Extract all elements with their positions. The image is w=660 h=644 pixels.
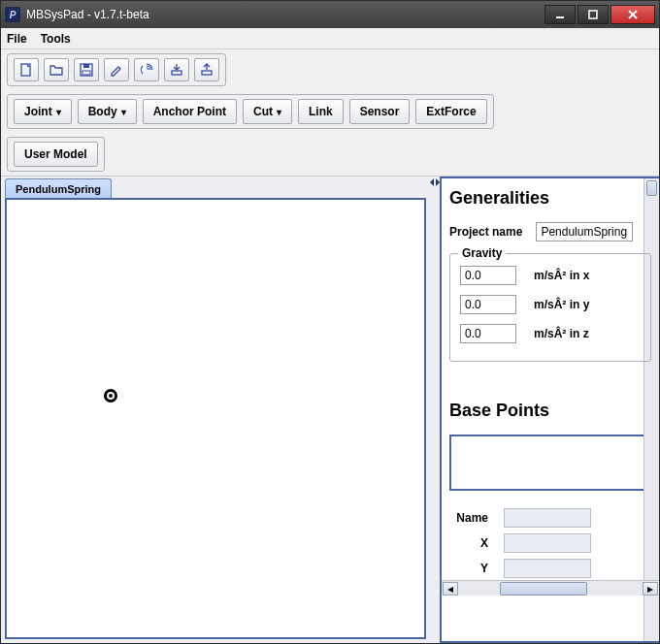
gravity-fieldset: Gravity m/sÂ² in x m/sÂ² in y m/sÂ² in z [449, 253, 651, 362]
bp-name-label: Name [449, 511, 488, 525]
chevron-down-icon: ▾ [121, 107, 126, 117]
gravity-x-row: m/sÂ² in x [460, 266, 641, 285]
usermodel-label: User Model [24, 147, 87, 161]
toolbar-icons-row [1, 49, 659, 90]
bp-name-row: Name [449, 508, 651, 528]
minimize-button[interactable] [544, 5, 576, 24]
svg-rect-8 [172, 71, 182, 75]
export-icon[interactable] [194, 58, 219, 81]
anchor-label: Anchor Point [153, 105, 226, 118]
user-model-button[interactable]: User Model [14, 142, 98, 167]
toolbar-tools: Joint▾ Body▾ Anchor Point Cut▾ Link Sens… [7, 94, 494, 129]
horizontal-scrollbar[interactable]: ◂ ▸ [442, 580, 659, 596]
vertical-scrollbar[interactable] [644, 178, 659, 641]
maximize-button[interactable] [578, 5, 609, 24]
anchor-point-button[interactable]: Anchor Point [143, 99, 237, 124]
bp-x-input[interactable] [504, 533, 591, 553]
gravity-legend: Gravity [458, 246, 506, 260]
gravity-x-input[interactable] [460, 266, 516, 285]
chevron-down-icon: ▾ [277, 107, 281, 117]
hscroll-thumb[interactable] [500, 582, 587, 596]
scroll-thumb[interactable] [646, 180, 657, 196]
bp-x-label: X [449, 536, 488, 550]
extforce-label: ExtForce [426, 105, 476, 118]
canvas-origin-node[interactable] [104, 389, 117, 402]
toolbar-usermodel: User Model [7, 137, 105, 172]
gravity-z-input[interactable] [460, 324, 516, 343]
generalities-heading: Generalities [449, 188, 651, 209]
project-name-row: Project name [449, 222, 651, 242]
scroll-left-arrow-icon[interactable]: ◂ [443, 582, 458, 596]
titlebar: P MBSysPad - v1.7.t-beta [1, 1, 659, 28]
menu-file[interactable]: File [7, 32, 27, 46]
svg-rect-6 [83, 64, 89, 68]
cut-label: Cut [253, 105, 273, 118]
pane-splitter[interactable] [430, 177, 440, 643]
toolbar-usermodel-row: User Model [1, 133, 659, 176]
gravity-z-unit: m/sÂ² in z [534, 327, 589, 340]
left-pane: PendulumSpring [1, 177, 430, 643]
gravity-y-input[interactable] [460, 295, 516, 314]
svg-rect-7 [82, 71, 90, 75]
bp-y-input[interactable] [504, 559, 591, 578]
canvas[interactable] [5, 198, 426, 639]
chevron-down-icon: ▾ [56, 107, 61, 117]
body-label: Body [88, 105, 117, 118]
svg-rect-1 [589, 11, 597, 18]
basepoints-list[interactable] [449, 435, 651, 491]
toolbar-icons [7, 53, 226, 86]
main-area: PendulumSpring Generalities Project name… [1, 176, 659, 643]
sensor-button[interactable]: Sensor [349, 99, 411, 124]
save-icon[interactable] [74, 58, 99, 81]
joint-button[interactable]: Joint▾ [14, 99, 72, 124]
app-window: P MBSysPad - v1.7.t-beta File Tools [0, 0, 660, 644]
toolbar-tools-row: Joint▾ Body▾ Anchor Point Cut▾ Link Sens… [1, 90, 659, 133]
joint-label: Joint [24, 105, 52, 118]
basepoints-heading: Base Points [449, 401, 651, 421]
link-label: Link [309, 105, 333, 118]
project-name-label: Project name [449, 225, 522, 239]
tab-pendulumspring[interactable]: PendulumSpring [5, 178, 112, 198]
bp-y-label: Y [449, 562, 488, 575]
bp-y-row: Y [449, 559, 651, 578]
tabstrip: PendulumSpring [1, 177, 430, 198]
bp-name-input[interactable] [504, 508, 591, 528]
bp-x-row: X [449, 533, 651, 553]
menubar: File Tools [1, 28, 659, 49]
gravity-z-row: m/sÂ² in z [460, 324, 641, 343]
edit-icon[interactable] [104, 58, 129, 81]
svg-rect-9 [202, 71, 212, 75]
import-icon[interactable] [164, 58, 189, 81]
body-button[interactable]: Body▾ [78, 99, 137, 124]
fingerprint-icon[interactable] [134, 58, 159, 81]
menu-tools[interactable]: Tools [41, 32, 71, 46]
open-folder-icon[interactable] [44, 58, 69, 81]
scroll-right-arrow-icon[interactable]: ▸ [643, 582, 658, 596]
close-button[interactable] [610, 5, 655, 24]
sensor-label: Sensor [360, 105, 400, 118]
extforce-button[interactable]: ExtForce [415, 99, 486, 124]
gravity-y-row: m/sÂ² in y [460, 295, 641, 314]
gravity-x-unit: m/sÂ² in x [534, 269, 589, 282]
window-title: MBSysPad - v1.7.t-beta [26, 8, 543, 21]
project-name-input[interactable] [536, 222, 633, 242]
properties-panel: Generalities Project name Gravity m/sÂ² … [440, 177, 659, 643]
new-file-icon[interactable] [14, 58, 39, 81]
app-icon: P [5, 7, 20, 22]
gravity-y-unit: m/sÂ² in y [534, 298, 589, 311]
link-button[interactable]: Link [298, 99, 344, 124]
cut-button[interactable]: Cut▾ [243, 99, 292, 124]
